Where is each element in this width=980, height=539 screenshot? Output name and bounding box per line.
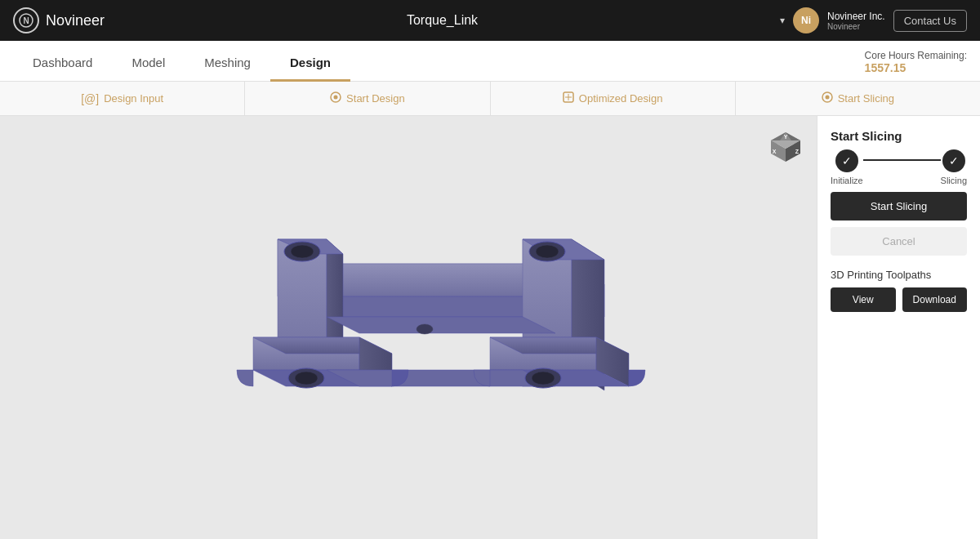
core-hours-value: 1557.15 <box>865 61 967 74</box>
tab-dashboard[interactable]: Dashboard <box>13 56 112 82</box>
svg-point-43 <box>536 245 559 258</box>
step-initialize-circle: ✓ <box>835 149 858 172</box>
step-slicing-label: Slicing <box>941 176 967 185</box>
cancel-button[interactable]: Cancel <box>831 227 967 256</box>
contact-us-button[interactable]: Contact Us <box>893 10 967 32</box>
svg-point-3 <box>334 96 338 100</box>
brand-name: Novineer <box>46 12 105 29</box>
tab-meshing[interactable]: Meshing <box>185 56 270 82</box>
progress-steps: ✓ Initialize ✓ Slicing <box>831 149 967 185</box>
sub-tab-optimized-design[interactable]: Optimized Design <box>491 82 736 115</box>
svg-text:X: X <box>773 149 777 154</box>
svg-point-45 <box>295 372 318 385</box>
svg-text:N: N <box>23 16 29 25</box>
logo-icon: N <box>13 7 39 33</box>
tab-model[interactable]: Model <box>112 56 185 82</box>
logo-area: N Novineer <box>13 7 105 33</box>
sub-tab-optimized-design-label: Optimized Design <box>579 92 663 105</box>
step-slicing-circle: ✓ <box>942 149 965 172</box>
start-slicing-button[interactable]: Start Slicing <box>831 192 967 220</box>
start-design-icon <box>330 91 341 105</box>
start-slicing-icon <box>822 91 833 105</box>
svg-text:Z: Z <box>795 149 800 154</box>
step-initialize: ✓ Initialize <box>831 149 863 185</box>
nav-title: Torque_Link <box>407 13 478 28</box>
step-connector <box>863 159 941 161</box>
nav-dropdown-arrow[interactable]: ▾ <box>780 15 785 26</box>
svg-marker-39 <box>327 317 555 333</box>
top-nav: N Novineer Torque_Link ▾ Ni Novineer Inc… <box>0 0 980 41</box>
content-area: Y X Z <box>0 116 980 539</box>
sub-tabs: [@] Design Input Start Design Optimized … <box>0 82 980 116</box>
user-name: Novineer Inc. <box>827 11 885 22</box>
sub-tab-design-input-label: Design Input <box>104 92 163 105</box>
sub-tab-start-design[interactable]: Start Design <box>245 82 490 115</box>
main-tabs: Dashboard Model Meshing Design Core Hour… <box>0 41 980 82</box>
viewport: Y X Z <box>0 116 817 539</box>
toolpath-buttons: View Download <box>831 287 967 312</box>
axis-cube[interactable]: Y X Z <box>768 129 804 165</box>
sub-tab-start-slicing-label: Start Slicing <box>838 92 894 105</box>
nav-right: ▾ Ni Novineer Inc. Novineer Contact Us <box>780 7 967 33</box>
step-slicing: ✓ Slicing <box>941 149 967 185</box>
download-button[interactable]: Download <box>902 287 968 312</box>
start-slicing-title: Start Slicing <box>831 129 967 143</box>
toolpaths-label: 3D Printing Toolpaths <box>831 269 967 281</box>
svg-marker-38 <box>327 370 555 386</box>
toolpaths-section: 3D Printing Toolpaths View Download <box>831 265 967 312</box>
svg-point-48 <box>416 324 433 334</box>
user-info: Novineer Inc. Novineer <box>827 11 885 31</box>
3d-model <box>147 166 670 525</box>
start-slicing-section: Start Slicing ✓ Initialize ✓ Slicing Sta… <box>831 129 967 256</box>
svg-point-41 <box>291 245 314 258</box>
step-initialize-label: Initialize <box>831 176 863 185</box>
user-sub: Novineer <box>827 22 885 31</box>
sub-tab-start-slicing[interactable]: Start Slicing <box>736 82 980 115</box>
core-hours-label: Core Hours Remaining: <box>865 50 967 61</box>
tab-design[interactable]: Design <box>270 56 350 82</box>
avatar: Ni <box>793 7 819 33</box>
view-button[interactable]: View <box>831 287 896 312</box>
svg-text:Y: Y <box>784 134 788 140</box>
svg-point-8 <box>825 96 829 100</box>
sub-tab-design-input[interactable]: [@] Design Input <box>0 82 245 115</box>
svg-point-47 <box>532 372 555 385</box>
optimized-design-icon <box>563 91 574 105</box>
sub-tab-start-design-label: Start Design <box>346 92 405 105</box>
core-hours-panel: Core Hours Remaining: 1557.15 <box>865 50 967 81</box>
right-panel: Start Slicing ✓ Initialize ✓ Slicing Sta… <box>817 116 980 539</box>
design-input-icon: [@] <box>81 92 99 105</box>
